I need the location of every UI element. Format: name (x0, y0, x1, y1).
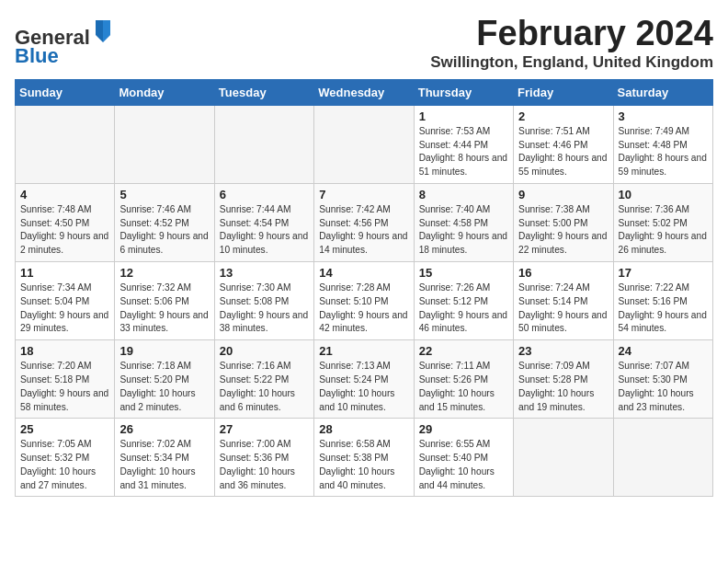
calendar-cell (613, 419, 712, 497)
day-number: 7 (319, 188, 408, 201)
calendar-cell: 20Sunrise: 7:16 AM Sunset: 5:22 PM Dayli… (214, 340, 313, 419)
header: General Blue February 2024 Swillington, … (15, 15, 713, 72)
calendar-cell: 16Sunrise: 7:24 AM Sunset: 5:14 PM Dayli… (514, 262, 613, 340)
weekday-header-tuesday: Tuesday (214, 79, 313, 105)
calendar-cell: 4Sunrise: 7:48 AM Sunset: 4:50 PM Daylig… (16, 183, 115, 261)
calendar-subtitle: Swillington, England, United Kingdom (430, 53, 713, 72)
calendar-cell: 11Sunrise: 7:34 AM Sunset: 5:04 PM Dayli… (16, 262, 115, 340)
day-number: 2 (518, 109, 608, 123)
day-number: 8 (419, 188, 508, 201)
weekday-header-thursday: Thursday (414, 79, 513, 105)
calendar-cell: 12Sunrise: 7:32 AM Sunset: 5:06 PM Dayli… (115, 262, 214, 340)
day-number: 17 (619, 266, 708, 280)
calendar-cell: 3Sunrise: 7:49 AM Sunset: 4:48 PM Daylig… (613, 105, 712, 183)
day-info: Sunrise: 7:13 AM Sunset: 5:24 PM Dayligh… (319, 360, 408, 414)
day-info: Sunrise: 7:51 AM Sunset: 4:46 PM Dayligh… (518, 125, 608, 179)
day-info: Sunrise: 7:09 AM Sunset: 5:28 PM Dayligh… (518, 360, 608, 414)
day-info: Sunrise: 7:18 AM Sunset: 5:20 PM Dayligh… (119, 360, 209, 414)
calendar-cell: 5Sunrise: 7:46 AM Sunset: 4:52 PM Daylig… (115, 183, 214, 261)
day-info: Sunrise: 7:38 AM Sunset: 5:00 PM Dayligh… (518, 203, 608, 258)
day-info: Sunrise: 7:49 AM Sunset: 4:48 PM Dayligh… (619, 125, 708, 179)
week-row-1: 4Sunrise: 7:48 AM Sunset: 4:50 PM Daylig… (16, 183, 713, 261)
day-info: Sunrise: 7:44 AM Sunset: 4:54 PM Dayligh… (220, 203, 309, 258)
day-number: 15 (419, 266, 508, 280)
day-number: 20 (220, 344, 309, 358)
day-info: Sunrise: 7:53 AM Sunset: 4:44 PM Dayligh… (419, 125, 508, 179)
calendar-cell (115, 105, 214, 183)
weekday-header-wednesday: Wednesday (314, 79, 414, 105)
day-info: Sunrise: 7:22 AM Sunset: 5:16 PM Dayligh… (619, 282, 708, 336)
day-info: Sunrise: 6:58 AM Sunset: 5:38 PM Dayligh… (319, 438, 408, 492)
calendar-cell: 14Sunrise: 7:28 AM Sunset: 5:10 PM Dayli… (314, 262, 414, 340)
day-info: Sunrise: 7:36 AM Sunset: 5:02 PM Dayligh… (619, 203, 708, 258)
logo-icon (92, 18, 112, 44)
day-number: 1 (419, 109, 508, 123)
svg-marker-1 (103, 20, 110, 42)
calendar-cell (214, 105, 313, 183)
calendar-cell: 19Sunrise: 7:18 AM Sunset: 5:20 PM Dayli… (115, 340, 214, 419)
day-number: 19 (119, 344, 209, 358)
day-info: Sunrise: 7:28 AM Sunset: 5:10 PM Dayligh… (319, 282, 408, 336)
day-number: 25 (20, 422, 109, 436)
calendar-cell: 28Sunrise: 6:58 AM Sunset: 5:38 PM Dayli… (314, 419, 414, 497)
day-info: Sunrise: 7:07 AM Sunset: 5:30 PM Dayligh… (619, 360, 708, 414)
day-info: Sunrise: 7:05 AM Sunset: 5:32 PM Dayligh… (20, 438, 109, 492)
day-info: Sunrise: 7:02 AM Sunset: 5:34 PM Dayligh… (119, 438, 209, 492)
day-number: 22 (419, 344, 508, 358)
week-row-3: 18Sunrise: 7:20 AM Sunset: 5:18 PM Dayli… (16, 340, 713, 419)
calendar-cell: 1Sunrise: 7:53 AM Sunset: 4:44 PM Daylig… (414, 105, 513, 183)
day-info: Sunrise: 7:34 AM Sunset: 5:04 PM Dayligh… (20, 282, 109, 336)
week-row-2: 11Sunrise: 7:34 AM Sunset: 5:04 PM Dayli… (16, 262, 713, 340)
day-info: Sunrise: 7:30 AM Sunset: 5:08 PM Dayligh… (220, 282, 309, 336)
day-number: 6 (220, 188, 309, 201)
calendar-cell: 29Sunrise: 6:55 AM Sunset: 5:40 PM Dayli… (414, 419, 513, 497)
day-number: 13 (220, 266, 309, 280)
day-number: 27 (220, 422, 309, 436)
day-info: Sunrise: 7:20 AM Sunset: 5:18 PM Dayligh… (20, 360, 109, 414)
day-number: 26 (119, 422, 209, 436)
calendar-cell: 10Sunrise: 7:36 AM Sunset: 5:02 PM Dayli… (613, 183, 712, 261)
day-number: 24 (619, 344, 708, 358)
calendar-cell: 21Sunrise: 7:13 AM Sunset: 5:24 PM Dayli… (314, 340, 414, 419)
calendar-title: February 2024 (430, 15, 713, 53)
calendar-cell: 26Sunrise: 7:02 AM Sunset: 5:34 PM Dayli… (115, 419, 214, 497)
day-info: Sunrise: 7:32 AM Sunset: 5:06 PM Dayligh… (119, 282, 209, 336)
calendar-cell: 24Sunrise: 7:07 AM Sunset: 5:30 PM Dayli… (613, 340, 712, 419)
day-info: Sunrise: 7:24 AM Sunset: 5:14 PM Dayligh… (518, 282, 608, 336)
day-info: Sunrise: 7:42 AM Sunset: 4:56 PM Dayligh… (319, 203, 408, 258)
calendar-cell: 25Sunrise: 7:05 AM Sunset: 5:32 PM Dayli… (16, 419, 115, 497)
day-number: 11 (20, 266, 109, 280)
day-number: 29 (419, 422, 508, 436)
day-number: 28 (319, 422, 408, 436)
day-info: Sunrise: 7:48 AM Sunset: 4:50 PM Dayligh… (20, 203, 109, 258)
day-number: 5 (119, 188, 209, 201)
calendar-cell: 17Sunrise: 7:22 AM Sunset: 5:16 PM Dayli… (613, 262, 712, 340)
weekday-header-row: SundayMondayTuesdayWednesdayThursdayFrid… (16, 79, 713, 105)
day-number: 3 (619, 109, 708, 123)
day-number: 14 (319, 266, 408, 280)
calendar-cell: 22Sunrise: 7:11 AM Sunset: 5:26 PM Dayli… (414, 340, 513, 419)
weekday-header-monday: Monday (115, 79, 214, 105)
calendar-cell: 2Sunrise: 7:51 AM Sunset: 4:46 PM Daylig… (514, 105, 613, 183)
day-number: 10 (619, 188, 708, 201)
calendar-cell: 9Sunrise: 7:38 AM Sunset: 5:00 PM Daylig… (514, 183, 613, 261)
logo-blue-text: Blue (15, 44, 59, 67)
calendar-cell (514, 419, 613, 497)
day-number: 4 (20, 188, 109, 201)
calendar-cell (16, 105, 115, 183)
day-number: 21 (319, 344, 408, 358)
calendar-cell: 7Sunrise: 7:42 AM Sunset: 4:56 PM Daylig… (314, 183, 414, 261)
day-info: Sunrise: 6:55 AM Sunset: 5:40 PM Dayligh… (419, 438, 508, 492)
calendar-cell: 27Sunrise: 7:00 AM Sunset: 5:36 PM Dayli… (214, 419, 313, 497)
calendar-table: SundayMondayTuesdayWednesdayThursdayFrid… (15, 79, 713, 498)
calendar-cell: 13Sunrise: 7:30 AM Sunset: 5:08 PM Dayli… (214, 262, 313, 340)
weekday-header-saturday: Saturday (613, 79, 712, 105)
day-info: Sunrise: 7:16 AM Sunset: 5:22 PM Dayligh… (220, 360, 309, 414)
calendar-cell: 23Sunrise: 7:09 AM Sunset: 5:28 PM Dayli… (514, 340, 613, 419)
logo: General Blue (15, 18, 114, 67)
calendar-cell: 18Sunrise: 7:20 AM Sunset: 5:18 PM Dayli… (16, 340, 115, 419)
day-number: 12 (119, 266, 209, 280)
day-number: 18 (20, 344, 109, 358)
weekday-header-friday: Friday (514, 79, 613, 105)
day-info: Sunrise: 7:00 AM Sunset: 5:36 PM Dayligh… (220, 438, 309, 492)
